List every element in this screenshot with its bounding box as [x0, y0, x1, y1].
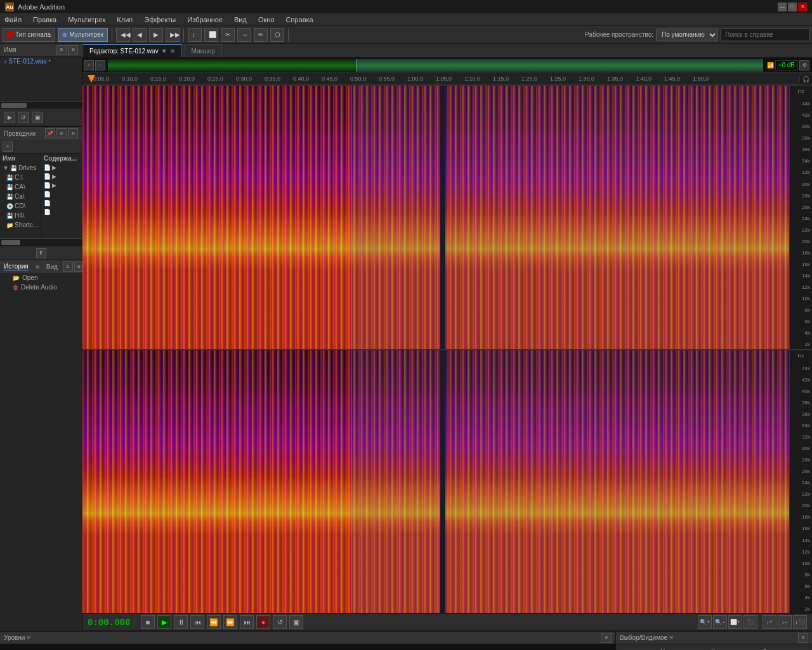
selection-panel-menu[interactable]: ≡: [798, 633, 808, 643]
browser-file-5[interactable]: 📄: [41, 199, 82, 208]
files-panel-close[interactable]: ✕: [68, 45, 78, 55]
history-item-delete[interactable]: 🗑 Delete Audio: [0, 282, 82, 292]
browser-nav-btn[interactable]: ⬆: [36, 248, 46, 258]
browser-file-1[interactable]: 📄▶: [41, 163, 82, 172]
menu-edit[interactable]: Правка: [31, 16, 58, 23]
transport-record[interactable]: ●: [256, 615, 270, 629]
db-display: +0 dB: [775, 60, 798, 70]
freq-26k-b: 26k: [790, 468, 812, 474]
menu-clip[interactable]: Клип: [115, 16, 134, 23]
signal-type-button[interactable]: Тип сигнала: [3, 28, 55, 42]
transport-pause[interactable]: ⏸: [174, 615, 188, 629]
browser-file-2[interactable]: 📄▶: [41, 172, 82, 181]
transport-loop[interactable]: ↺: [273, 615, 287, 629]
zoom-all[interactable]: ⬛: [743, 615, 757, 629]
modified-indicator: *: [49, 58, 51, 65]
close-button[interactable]: ✕: [798, 3, 807, 11]
maximize-button[interactable]: □: [788, 3, 797, 11]
tool-btn-4[interactable]: ▶▶: [166, 28, 180, 42]
menu-view[interactable]: Вид: [232, 16, 249, 23]
history-panel-menu[interactable]: ≡: [63, 262, 73, 272]
svg-text:0:45,0: 0:45,0: [322, 76, 337, 82]
sel-header-start: Начало: [657, 647, 707, 650]
tab-close-icon[interactable]: ✕: [170, 48, 175, 55]
browser-panel-close[interactable]: ✕: [68, 128, 78, 138]
browser-panel-menu[interactable]: ≡: [56, 128, 67, 138]
browser-scrollbar-h[interactable]: [0, 238, 82, 246]
zoom-sel[interactable]: ⬜+: [728, 615, 742, 629]
menu-multitrack[interactable]: Мультитрек: [66, 16, 107, 23]
zoom-amp-out[interactable]: ↕−: [778, 615, 792, 629]
tool-move[interactable]: ↕: [188, 28, 202, 42]
browser-file-6[interactable]: 📄: [41, 208, 82, 216]
menu-help[interactable]: Справка: [284, 16, 315, 23]
timeline-scroll-btn[interactable]: 🎧: [799, 76, 812, 83]
menu-file[interactable]: Файл: [3, 16, 23, 23]
svg-text:1:10,0: 1:10,0: [464, 76, 480, 82]
tree-item-c[interactable]: 💾 C:\: [0, 173, 41, 182]
tree-item-drives[interactable]: ▼ 💾 Drives: [0, 163, 41, 173]
menu-window[interactable]: Окно: [256, 16, 277, 23]
browser-scrollbar-thumb[interactable]: [1, 240, 20, 245]
transport-forward[interactable]: ⏩: [223, 615, 237, 629]
transport-rewind[interactable]: ⏪: [207, 615, 221, 629]
file-auto-btn[interactable]: ▣: [32, 112, 43, 123]
browser-new-folder[interactable]: +: [3, 142, 13, 152]
tool-slip[interactable]: ↔: [237, 28, 251, 42]
svg-text:1:45,0: 1:45,0: [664, 76, 680, 82]
menu-favorites[interactable]: Избранное: [185, 16, 225, 23]
tree-item-ca1[interactable]: 💾 CA\: [0, 182, 41, 192]
history-item-open[interactable]: 📂 Open: [0, 273, 82, 282]
tree-item-cd[interactable]: 💿 CD\: [0, 201, 41, 211]
tool-erase[interactable]: ⬡: [270, 28, 284, 42]
menu-effects[interactable]: Эффекты: [142, 16, 178, 23]
history-tab[interactable]: История: [4, 263, 29, 270]
transport-output[interactable]: ▣: [289, 615, 303, 629]
zoom-in[interactable]: 🔍+: [698, 615, 712, 629]
tool-select[interactable]: ⬜: [204, 28, 218, 42]
ov-settings[interactable]: ⚙: [799, 60, 809, 70]
history-delete-icon: 🗑: [13, 284, 18, 291]
tool-btn-1[interactable]: ◀◀: [116, 28, 130, 42]
timeline-ruler: 0:05,0 0:10,0 0:15,0 0:20,0 0:25,0 0:30,…: [82, 73, 812, 86]
files-scrollbar[interactable]: [0, 101, 82, 109]
tool-razor[interactable]: ✂: [221, 28, 235, 42]
transport-forward-end[interactable]: ⏭: [240, 615, 254, 629]
cut-gap-top: [440, 86, 445, 349]
help-search-input[interactable]: [721, 29, 809, 41]
transport-play[interactable]: ▶: [157, 615, 171, 629]
zoom-full[interactable]: ↕⬛: [793, 615, 807, 629]
tool-draw[interactable]: ✏: [254, 28, 268, 42]
mixer-tab[interactable]: Микшер: [185, 44, 222, 57]
workspace-select[interactable]: По умолчанию: [656, 29, 718, 41]
tab-dropdown-icon[interactable]: ▼: [161, 48, 167, 55]
multitrack-button[interactable]: ▦ Мультитрек: [58, 28, 108, 42]
browser-panel-pin[interactable]: 📌: [45, 128, 55, 138]
files-scrollbar-thumb[interactable]: [1, 103, 27, 108]
tree-item-ca2[interactable]: 💾 Ca\: [0, 192, 41, 201]
browser-file-3[interactable]: 📄▶: [41, 181, 82, 190]
ov-zoom-in[interactable]: +: [84, 60, 94, 70]
file-play-btn[interactable]: ▶: [4, 112, 15, 123]
ov-zoom-out[interactable]: −: [95, 60, 105, 70]
file-item-ste012[interactable]: ♪ STE-012.wav *: [0, 56, 82, 66]
tool-btn-3[interactable]: ▶: [149, 28, 163, 42]
browser-col-content: Содержа...: [41, 154, 82, 163]
minimize-button[interactable]: —: [778, 3, 787, 11]
levels-panel-menu[interactable]: ≡: [601, 633, 612, 643]
transport-stop[interactable]: ■: [141, 615, 155, 629]
tree-item-ca2-label: Ca\: [15, 193, 25, 200]
files-panel-menu[interactable]: ≡: [56, 45, 67, 55]
zoom-out[interactable]: 🔍−: [713, 615, 727, 629]
zoom-amp-in[interactable]: ↕+: [763, 615, 776, 629]
tool-btn-2[interactable]: ◀: [133, 28, 147, 42]
file-loop-btn[interactable]: ↺: [18, 112, 29, 123]
spectrogram-area: Hz 44k 42k 40k 38k 36k 34k 32k 30k 28k 2…: [82, 86, 812, 613]
editor-tab-active[interactable]: Редактор: STE-012.wav ▼ ✕: [82, 44, 182, 57]
transport-rewind-start[interactable]: ⏮: [190, 615, 204, 629]
browser-file-4[interactable]: 📄: [41, 190, 82, 199]
zoom-controls: 🔍+ 🔍− ⬜+ ⬛ ↕+ ↕− ↕⬛: [698, 615, 807, 629]
tree-item-h4[interactable]: 💾 H4\: [0, 211, 41, 220]
view-tab[interactable]: Вид: [46, 263, 58, 270]
tree-item-shortcuts[interactable]: 📁 Shortc...: [0, 220, 41, 230]
